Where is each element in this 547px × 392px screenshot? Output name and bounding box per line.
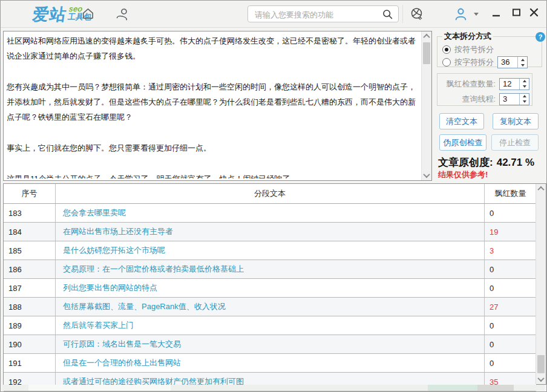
segment-text-link[interactable]: 可行原因：域名出售是一笔大交易	[56, 335, 485, 353]
segment-text-link[interactable]: 交易原理：在一个固定价格或者拍卖最低价格基础上	[56, 260, 485, 278]
red-count: 19	[485, 223, 536, 241]
scroll-thumb[interactable]	[537, 355, 545, 373]
radio-button-icon[interactable]	[442, 45, 451, 54]
red-count: 0	[485, 316, 536, 335]
editor-paragraph: 这里是11个尚未公开的点子，今天学习了，明天您就富有了。快点！闹钟已经响了。	[7, 171, 419, 178]
red-check-value[interactable]: 12	[500, 79, 519, 90]
scrollbar-segment	[428, 385, 477, 391]
row-index: 191	[4, 354, 56, 372]
radio-char-label: 按字符拆分	[454, 57, 494, 68]
user-account-icon[interactable]	[453, 7, 468, 24]
thread-label: 查询线程:	[462, 94, 496, 105]
editor-text: 社区网站和网络应用迅速的变得越来越炙手可热。伟大的点子使网络发生改变，这已经不是…	[7, 33, 419, 178]
segment-text-link[interactable]: 是什么妨碍您开拓这个市场呢	[56, 241, 485, 260]
title-bar: 爱站 seo 工具包	[1, 1, 546, 28]
scroll-thumb[interactable]	[423, 42, 430, 64]
row-index: 189	[4, 316, 56, 335]
scroll-up-icon[interactable]	[422, 31, 431, 41]
segment-text-link[interactable]: 包括屏幕截图、流量、PageRank值、收入状况	[56, 298, 485, 316]
row-index: 190	[4, 335, 56, 353]
horizontal-scrollbar[interactable]	[2, 385, 545, 391]
radio-split-by-symbol[interactable]: 按符号拆分	[442, 44, 538, 56]
table-row[interactable]: 190可行原因：域名出售是一笔大交易0	[4, 335, 536, 354]
red-count: 0	[485, 354, 536, 372]
originality-value: 42.71 %	[497, 157, 534, 168]
stop-check-button[interactable]: 停止检查	[491, 134, 539, 151]
spinner-up-icon[interactable]	[518, 57, 527, 62]
originality-label: 文章原创度:	[438, 157, 493, 168]
char-count-value[interactable]: 36	[498, 57, 517, 68]
scrollbar-segment	[28, 385, 171, 391]
radio-split-by-chars[interactable]: 按字符拆分 36	[442, 56, 538, 68]
maximize-icon[interactable]	[512, 8, 521, 19]
segment-text-link[interactable]: 然后就等着买家上门	[56, 316, 485, 335]
editor-paragraph: 事实上，它们就在您的脚下。您只需要看得更加仔细一点。	[7, 140, 419, 155]
header-red-count: 飘红数量	[485, 184, 536, 203]
search-icon[interactable]	[381, 8, 394, 23]
table-row[interactable]: 183您会拿去哪里卖呢0	[4, 204, 536, 223]
minimize-icon[interactable]	[492, 10, 500, 21]
segment-text-link[interactable]: 但是在一个合理的价格上出售网站	[56, 354, 485, 372]
table-scrollbar[interactable]	[536, 184, 546, 384]
settings-panel: 文本拆分方式 按符号拆分 按字符拆分 36 ? 飘红检查数量:	[436, 31, 546, 181]
red-count: 0	[485, 335, 536, 353]
segment-text-link[interactable]: 您会拿去哪里卖呢	[56, 204, 485, 222]
row-index: 183	[4, 204, 56, 222]
logo-text-main: 爱站	[31, 4, 68, 25]
table-row[interactable]: 186交易原理：在一个固定价格或者拍卖最低价格基础上0	[4, 260, 536, 279]
profile-icon[interactable]	[115, 7, 129, 24]
row-index: 185	[4, 241, 56, 260]
split-mode-title: 文本拆分方式	[442, 31, 493, 42]
segment-text-link[interactable]: 在网站出售市场上还没有主导者	[56, 223, 485, 241]
row-index: 186	[4, 260, 56, 278]
search-input[interactable]	[254, 7, 377, 22]
table-row[interactable]: 191但是在一个合理的价格上出售网站0	[4, 354, 536, 373]
originality-result: 文章原创度:42.71 %	[438, 155, 534, 169]
thread-value[interactable]: 3	[500, 94, 519, 105]
char-count-spinner: 36	[497, 56, 528, 68]
red-count: 0	[485, 279, 536, 297]
network-tools-icon[interactable]	[410, 7, 424, 24]
spinner-down-icon[interactable]	[520, 84, 529, 90]
spinner-up-icon[interactable]	[520, 94, 529, 99]
header-index: 序号	[4, 184, 56, 203]
red-count: 27	[485, 298, 536, 316]
check-settings-group: 飘红检查数量: 12 查询线程: 3	[437, 73, 532, 106]
table-row[interactable]: 189然后就等着买家上门0	[4, 316, 536, 335]
table-row[interactable]: 187列出您要出售的网站的特点0	[4, 279, 536, 298]
spinner-down-icon[interactable]	[518, 62, 527, 68]
split-mode-group: 文本拆分方式 按符号拆分 按字符拆分 36	[437, 31, 542, 67]
row-index: 187	[4, 279, 56, 297]
home-icon[interactable]	[81, 7, 95, 23]
spinner-up-icon[interactable]	[520, 79, 529, 84]
table-row[interactable]: 184在网站出售市场上还没有主导者19	[4, 223, 536, 241]
editor-scrollbar[interactable]	[421, 31, 431, 180]
result-disclaimer: 结果仅供参考!	[438, 169, 488, 180]
row-index: 188	[4, 298, 56, 316]
scrollbar-segment	[477, 385, 514, 391]
close-icon[interactable]	[529, 8, 539, 19]
dropdown-caret-icon[interactable]	[474, 13, 479, 16]
radio-button-icon[interactable]	[442, 58, 451, 67]
originality-check-button[interactable]: 伪原创检查	[439, 134, 486, 151]
copy-text-button[interactable]: 复制文本	[493, 113, 539, 129]
table-header: 序号 分段文本 飘红数量	[4, 184, 536, 204]
clear-text-button[interactable]: 清空文本	[439, 113, 484, 129]
segment-text-link[interactable]: 列出您要出售的网站的特点	[56, 279, 485, 297]
scroll-up-icon[interactable]	[536, 184, 546, 194]
app-window: 爱站 seo 工具包	[0, 0, 547, 392]
help-icon[interactable]: ?	[536, 32, 545, 42]
spinner-down-icon[interactable]	[520, 99, 529, 105]
titlebar-divider	[402, 5, 403, 23]
row-index: 184	[4, 223, 56, 241]
table-row[interactable]: 188包括屏幕截图、流量、PageRank值、收入状况27	[4, 298, 536, 316]
table-row[interactable]: 185是什么妨碍您开拓这个市场呢3	[4, 241, 536, 260]
scroll-down-icon[interactable]	[536, 374, 546, 384]
red-check-label: 飘红检查数量:	[446, 79, 496, 90]
scroll-down-icon[interactable]	[422, 171, 431, 180]
red-count: 0	[485, 260, 536, 278]
radio-symbol-label: 按符号拆分	[454, 44, 494, 55]
function-search-box	[247, 5, 399, 22]
editor-paragraph: 社区网站和网络应用迅速的变得越来越炙手可热。伟大的点子使网络发生改变，这已经不是…	[7, 33, 419, 64]
article-text-editor[interactable]: 社区网站和网络应用迅速的变得越来越炙手可热。伟大的点子使网络发生改变，这已经不是…	[3, 31, 432, 181]
